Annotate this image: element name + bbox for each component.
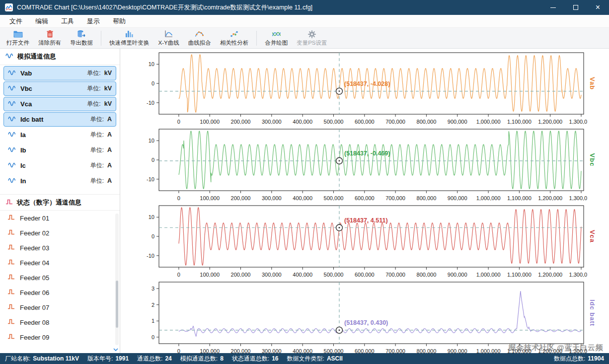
x-tick-label: 500,000	[324, 119, 344, 124]
cursor-marker-dot	[339, 330, 340, 331]
chevron-down-icon[interactable]	[113, 347, 119, 352]
minimize-button[interactable]	[542, 0, 564, 15]
status-label: 数据文件类型:	[287, 355, 324, 362]
menu-tools[interactable]: 工具	[55, 15, 80, 28]
feeder-item-09[interactable]: Feeder 09	[0, 330, 120, 345]
x-tick-label: 100,000	[200, 348, 220, 353]
app-icon	[5, 3, 13, 11]
x-tick-label: 0	[177, 195, 180, 201]
x-tick-label: 0	[177, 348, 180, 353]
x-tick-label: 500,000	[324, 348, 344, 353]
correlation-button[interactable]: 相关性分析	[216, 29, 253, 47]
analog-wave-icon	[8, 70, 16, 77]
export-data-button[interactable]: 导出数据	[66, 29, 97, 47]
menu-help[interactable]: 帮助	[106, 15, 132, 28]
digital-pulse-icon	[7, 274, 15, 282]
minimize-icon	[550, 7, 556, 8]
curve-fit-icon	[195, 30, 204, 39]
menu-file[interactable]: 文件	[3, 15, 29, 28]
x-tick-label: 600,000	[355, 195, 375, 201]
x-tick-label: 300,000	[262, 195, 282, 201]
channel-item-in[interactable]: In单位:A	[3, 174, 116, 188]
status-digital-count: 状态通道总数:16	[232, 355, 279, 363]
x-tick-label: 600,000	[355, 119, 375, 124]
status-total-points: 数据点总数:11904	[554, 355, 604, 363]
unit-label: 单位:	[87, 100, 100, 107]
channel-item-ib[interactable]: Ib单位:A	[3, 143, 116, 157]
feeder-item-04[interactable]: Feeder 04	[0, 255, 120, 270]
menu-edit[interactable]: 编辑	[29, 15, 55, 28]
digital-pulse-icon	[7, 229, 15, 237]
feeder-item-08[interactable]: Feeder 08	[0, 315, 120, 330]
toolbar-button-label: 导出数据	[70, 39, 93, 47]
window-controls: ×	[542, 0, 609, 15]
x-tick-label: 1,200,000	[538, 272, 562, 277]
analog-wave-icon	[8, 177, 16, 185]
channel-item-idc-batt[interactable]: Idc batt单位:A	[3, 112, 116, 127]
y-tick-label: -10	[147, 100, 154, 106]
ps-settings-icon	[307, 30, 316, 39]
maximize-icon	[573, 5, 578, 10]
x-tick-label: 900,000	[448, 272, 467, 277]
feeder-item-03[interactable]: Feeder 03	[0, 240, 120, 255]
status-file-type: 数据文件类型:ASCII	[287, 355, 343, 363]
open-file-button[interactable]: 打开文件	[2, 29, 34, 47]
x-tick-label: 1,300,000	[569, 119, 587, 124]
channel-unit: 单位:A	[90, 115, 112, 124]
feeder-item-01[interactable]: Feeder 01	[0, 211, 120, 225]
analog-channel-list: Vab单位:kVVbc单位:kVVca单位:kVIdc batt单位:AIa单位…	[0, 66, 120, 188]
scrollbar-thumb[interactable]	[116, 281, 118, 328]
sidebar-scrollbar[interactable]	[115, 214, 119, 345]
unit-label: 单位:	[87, 70, 100, 76]
x-tick-label: 400,000	[293, 272, 312, 277]
feeder-item-06[interactable]: Feeder 06	[0, 285, 120, 300]
feeder-item-07[interactable]: Feeder 07	[0, 300, 120, 315]
digital-pulse-icon	[7, 303, 15, 311]
channel-name: Vbc	[20, 85, 32, 92]
channel-item-vca[interactable]: Vca单位:kV	[3, 97, 116, 111]
x-tick-label: 800,000	[417, 195, 437, 201]
x-tick-label: 700,000	[385, 348, 405, 353]
menu-view[interactable]: 显示	[80, 15, 106, 28]
toolbar-button-label: 清除所有	[38, 39, 61, 47]
y-tick-label: 1	[152, 318, 154, 324]
channel-item-vab[interactable]: Vab单位:kV	[3, 66, 116, 80]
x-tick-label: 900,000	[448, 119, 467, 124]
channel-axis-label-idc-batt: Idc batt	[589, 299, 596, 326]
channel-item-ia[interactable]: Ia单位:A	[3, 128, 116, 142]
x-tick-label: 200,000	[231, 348, 251, 353]
channel-name: Ib	[20, 146, 26, 154]
y-tick-label: 0	[152, 334, 154, 340]
ps-settings-button[interactable]: 变量PS设置	[292, 29, 331, 47]
x-tick-label: 1,000,000	[476, 119, 501, 124]
digital-pulse-icon	[5, 199, 13, 207]
toolbar-button-label: 相关性分析	[220, 39, 249, 47]
unit-value: A	[107, 177, 112, 184]
analog-wave-icon	[8, 85, 16, 93]
unit-label: 单位:	[90, 177, 104, 184]
channel-name: Ia	[20, 131, 26, 139]
feeder-item-02[interactable]: Feeder 02	[0, 225, 120, 240]
x-tick-label: 100,000	[200, 195, 220, 201]
close-button[interactable]: ×	[587, 0, 609, 15]
channel-axis-label-vca: Vca	[589, 230, 596, 243]
y-tick-label: -10	[147, 176, 154, 182]
clear-all-button[interactable]: 清除所有	[34, 29, 66, 47]
y-tick-label: 0	[152, 157, 154, 163]
maximize-button[interactable]	[564, 0, 587, 15]
merge-plot-button[interactable]: 合并绘图	[260, 29, 292, 47]
status-total-channels: 通道总数:24	[137, 355, 172, 363]
unit-label: 单位:	[90, 116, 104, 123]
feeder-item-05[interactable]: Feeder 05	[0, 270, 120, 285]
toolbar-button-label: X-Y曲线	[158, 39, 179, 47]
x-tick-label: 1,000,000	[476, 348, 501, 353]
curve-fit-button[interactable]: 曲线拟合	[184, 29, 216, 47]
channel-item-ic[interactable]: Ic单位:A	[3, 158, 116, 173]
fft-button[interactable]: 快速傅里叶变换	[105, 29, 154, 47]
xy-curve-button[interactable]: X-Y曲线	[154, 29, 184, 47]
x-tick-label: 700,000	[385, 272, 405, 277]
channel-item-vbc[interactable]: Vbc单位:kV	[3, 81, 116, 96]
feeder-name: Feeder 08	[20, 319, 49, 326]
channel-unit: 单位:A	[90, 146, 112, 154]
clear-all-icon	[46, 30, 54, 39]
